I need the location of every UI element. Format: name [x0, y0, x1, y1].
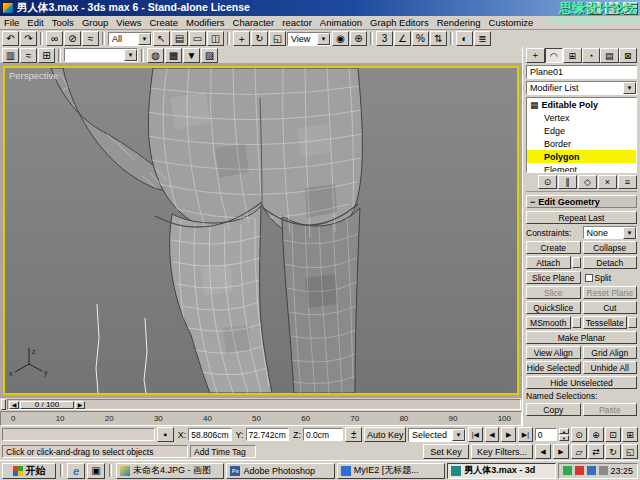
auto-key-button[interactable]: Auto Key [364, 427, 406, 442]
frame-spinner[interactable]: ▲ ▼ [559, 428, 569, 441]
tab-modify[interactable]: ◠ [545, 48, 564, 63]
tab-display[interactable]: ▤ [600, 48, 619, 63]
percent-snap-icon[interactable]: % [412, 31, 429, 46]
create-button[interactable]: Create [526, 241, 581, 254]
next-frame-arrow-icon[interactable]: ▶ [75, 401, 85, 409]
stack-row-vertex[interactable]: Vertex [527, 111, 636, 124]
tab-motion[interactable]: ◔ [582, 48, 601, 63]
window-crossing-icon[interactable]: ◫ [207, 31, 224, 46]
slice-button[interactable]: Slice [526, 286, 581, 299]
task-button-3dsmax[interactable]: 男人体3.max - 3d [447, 463, 555, 479]
tab-hierarchy[interactable]: ⊞ [563, 48, 582, 63]
stack-row-element[interactable]: Element [527, 163, 636, 173]
make-planar-button[interactable]: Make Planar [526, 331, 637, 344]
selection-filter-dropdown[interactable]: All▼ [108, 32, 152, 46]
select-and-manipulate-icon[interactable]: ⊕ [350, 31, 367, 46]
select-object-icon[interactable]: ↖ [153, 31, 170, 46]
select-and-rotate-icon[interactable]: ↻ [251, 31, 268, 46]
paste-button[interactable]: Paste [583, 403, 638, 416]
time-slider-track[interactable]: ◀ 0 / 100 ▶ [7, 399, 521, 410]
select-and-move-icon[interactable]: ＋ [233, 31, 250, 46]
schematic-view-icon[interactable]: ⊞ [38, 48, 55, 63]
use-pivot-center-icon[interactable]: ◉ [332, 31, 349, 46]
spinner-up-icon[interactable]: ▲ [559, 428, 569, 434]
menu-item-graph-editors[interactable]: Graph Editors [366, 17, 433, 28]
perspective-viewport[interactable]: x y z Perspective [3, 66, 519, 395]
tessellate-button[interactable]: Tessellate [583, 316, 628, 329]
selection-region-icon[interactable]: ▭ [189, 31, 206, 46]
reset-plane-button[interactable]: Reset Plane [583, 286, 638, 299]
stack-row-border[interactable]: Border [527, 137, 636, 150]
menu-item-group[interactable]: Group [78, 17, 112, 28]
pin-stack-icon[interactable]: ⊙ [538, 175, 557, 189]
field-of-view-icon[interactable]: ▱ [571, 444, 587, 459]
selected-filter-dropdown[interactable]: Selected▼ [408, 428, 466, 442]
go-to-start-icon[interactable]: |◀ [468, 427, 483, 442]
attach-list-button[interactable] [572, 257, 581, 268]
menu-item-create[interactable]: Create [145, 17, 182, 28]
tray-icon[interactable] [575, 466, 584, 475]
menu-item-rendering[interactable]: Rendering [433, 17, 485, 28]
render-scene-icon[interactable]: ▩ [165, 48, 182, 63]
collapse-button[interactable]: Collapse [583, 241, 638, 254]
current-frame-field[interactable]: 0 [535, 428, 557, 441]
mirror-icon[interactable]: ◐ [456, 31, 473, 46]
close-button[interactable]: × [623, 2, 638, 15]
material-editor-icon[interactable]: ◍ [147, 48, 164, 63]
absolute-offset-toggle-icon[interactable]: ± [345, 427, 362, 442]
min-max-toggle-icon[interactable]: ◱ [622, 444, 638, 459]
view-align-button[interactable]: View Align [526, 346, 581, 359]
reference-coordinate-dropdown[interactable]: View▼ [287, 32, 331, 46]
pan-icon[interactable]: ⇄ [588, 444, 604, 459]
minimize-button[interactable]: _ [587, 2, 602, 15]
msmooth-settings-button[interactable] [572, 317, 581, 328]
chevron-down-icon[interactable]: ▼ [623, 82, 636, 94]
menu-item-file[interactable]: File [0, 17, 23, 28]
previous-frame-icon[interactable]: ◀ [485, 427, 500, 442]
align-icon[interactable]: ≣ [474, 31, 491, 46]
key-filters-button[interactable]: Key Filters... [471, 444, 533, 459]
tray-icon[interactable] [599, 466, 608, 475]
hide-selected-button[interactable]: Hide Selected [526, 361, 581, 374]
cut-button[interactable]: Cut [583, 301, 638, 314]
menu-item-animation[interactable]: Animation [316, 17, 366, 28]
track-bar[interactable]: 0 10 20 30 40 50 60 70 80 90 100 [0, 411, 522, 426]
menu-item-views[interactable]: Views [112, 17, 145, 28]
modifier-list-dropdown[interactable]: Modifier List ▼ [526, 81, 637, 95]
grid-align-button[interactable]: Grid Align [583, 346, 638, 359]
set-key-button[interactable]: Set Key [423, 444, 469, 459]
detach-button[interactable]: Detach [583, 256, 638, 269]
zoom-all-icon[interactable]: ⊕ [588, 427, 604, 442]
quick-launch-desktop-icon[interactable]: ▣ [87, 463, 105, 479]
task-button-photoshop[interactable]: PsAdobe Photoshop [226, 463, 334, 479]
remove-modifier-icon[interactable]: × [598, 175, 617, 189]
chevron-down-icon[interactable]: ▼ [452, 429, 465, 441]
zoom-extents-icon[interactable]: ⊡ [605, 427, 621, 442]
z-coord-field[interactable]: 0.0cm [303, 428, 343, 441]
menu-item-tools[interactable]: Tools [48, 17, 78, 28]
menu-item-modifiers[interactable]: Modifiers [182, 17, 229, 28]
next-key-icon[interactable]: ▶ [553, 444, 569, 459]
stack-row-editable-poly[interactable]: ▦ Editable Poly [527, 98, 636, 111]
task-button-myie2[interactable]: MyIE2 [无标题... [337, 463, 445, 479]
select-by-name-icon[interactable]: ▤ [171, 31, 188, 46]
unlink-selection-icon[interactable]: ⊘ [64, 31, 81, 46]
configure-modifier-sets-icon[interactable]: ≡ [618, 175, 637, 189]
time-slider-grip[interactable] [1, 399, 6, 410]
y-coord-field[interactable]: 72.742cm [246, 428, 289, 441]
play-icon[interactable]: ▶ [501, 427, 516, 442]
spinner-down-icon[interactable]: ▼ [559, 435, 569, 441]
start-button[interactable]: 开始 [2, 463, 56, 479]
edit-geometry-rollout-header[interactable]: − Edit Geometry [526, 195, 637, 208]
viewport-canvas[interactable]: x y z [5, 68, 517, 393]
curve-editor-icon[interactable]: ≈ [20, 48, 37, 63]
chevron-down-icon[interactable]: ▼ [317, 33, 330, 45]
tab-utilities[interactable]: ⊠ [619, 48, 638, 63]
undo-icon[interactable]: ↶ [2, 31, 19, 46]
arc-rotate-icon[interactable]: ↻ [605, 444, 621, 459]
chevron-down-icon[interactable]: ▼ [623, 227, 636, 239]
stack-row-polygon[interactable]: Polygon [527, 150, 636, 163]
go-to-end-icon[interactable]: ▶| [518, 427, 533, 442]
attach-button[interactable]: Attach [526, 256, 571, 269]
make-unique-icon[interactable]: ◇ [578, 175, 597, 189]
